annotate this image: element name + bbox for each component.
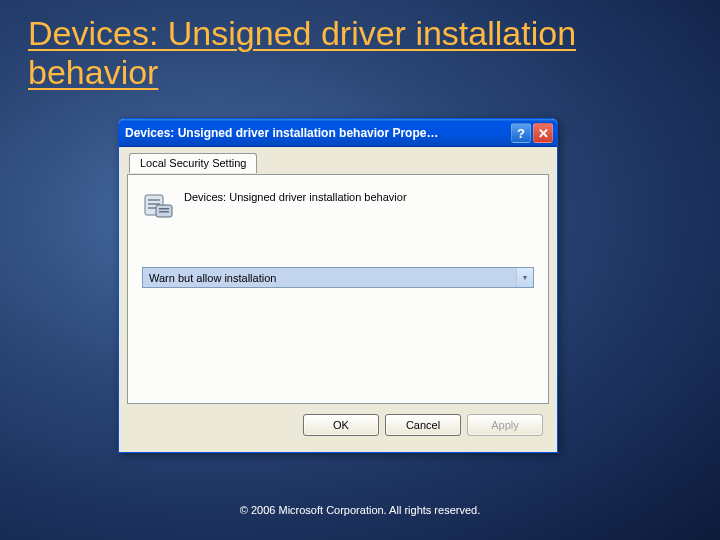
titlebar[interactable]: Devices: Unsigned driver installation be…	[119, 119, 557, 147]
help-icon: ?	[517, 126, 525, 141]
tab-local-security-setting[interactable]: Local Security Setting	[129, 153, 257, 173]
close-icon: ✕	[538, 126, 549, 141]
setting-label: Devices: Unsigned driver installation be…	[184, 189, 407, 203]
dropdown-value: Warn but allow installation	[143, 268, 516, 287]
cancel-button[interactable]: Cancel	[385, 414, 461, 436]
svg-rect-1	[148, 199, 160, 201]
policy-icon	[142, 189, 174, 221]
titlebar-text: Devices: Unsigned driver installation be…	[125, 126, 509, 140]
button-row: OK Cancel Apply	[127, 404, 549, 444]
svg-rect-5	[159, 208, 169, 210]
tab-panel: Devices: Unsigned driver installation be…	[127, 174, 549, 404]
close-button[interactable]: ✕	[533, 123, 553, 143]
svg-rect-6	[159, 211, 169, 213]
apply-button: Apply	[467, 414, 543, 436]
slide-title: Devices: Unsigned driver installation be…	[0, 0, 720, 98]
behavior-dropdown[interactable]: Warn but allow installation ▾	[142, 267, 534, 288]
dialog-body: Local Security Setting Devices: Unsigned…	[119, 147, 557, 452]
ok-button[interactable]: OK	[303, 414, 379, 436]
svg-rect-3	[148, 207, 156, 209]
tab-strip: Local Security Setting	[127, 153, 549, 175]
chevron-down-icon: ▾	[516, 268, 533, 287]
copyright-footer: © 2006 Microsoft Corporation. All rights…	[0, 504, 720, 516]
setting-row: Devices: Unsigned driver installation be…	[142, 189, 534, 221]
properties-dialog: Devices: Unsigned driver installation be…	[118, 118, 558, 453]
help-button[interactable]: ?	[511, 123, 531, 143]
